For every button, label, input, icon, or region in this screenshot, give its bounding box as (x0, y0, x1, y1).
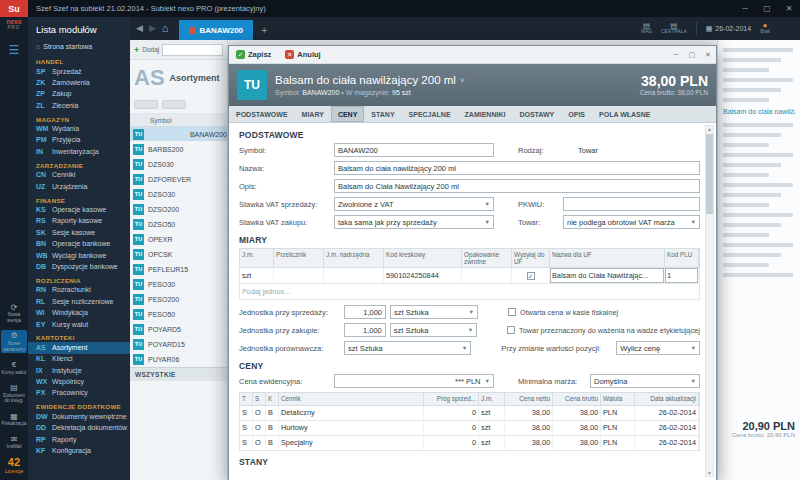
rail-item-nowa-wersja[interactable]: ⟳ Nowa wersja (1, 302, 27, 325)
rail-item-nowe-parametry[interactable]: ⚙ Nowe parametry (1, 330, 27, 353)
checkbox-otwarta-cena[interactable] (508, 308, 516, 316)
product-list-row[interactable]: TU PESO200 (130, 292, 227, 307)
product-list-row[interactable]: TU POYARD15 (130, 337, 227, 352)
miary-column-header[interactable]: J.m. nadrzędna (324, 249, 384, 267)
product-list-row[interactable]: TU PESO50 (130, 307, 227, 322)
miary-new-row[interactable]: Podaj jednos... (239, 284, 700, 300)
add-icon[interactable]: + (134, 45, 139, 55)
dialog-scrollbar[interactable]: ▲ ▼ (705, 125, 714, 477)
cell-kod-plu[interactable]: 1 (665, 268, 699, 283)
input-jednostka-zakupu-qty[interactable]: 1,000 (344, 323, 386, 337)
sidebar-item-zk[interactable]: ZKZamówienia (28, 77, 130, 88)
tab-zamienniki[interactable]: ZAMIENNIKI (458, 106, 513, 122)
select-vat-sprzedazy[interactable]: Zwolnione z VAT ▼ (334, 197, 494, 211)
select-minimalna-marza[interactable]: Domyślna ▼ (590, 374, 700, 388)
product-list-row[interactable]: TU POYARD5 (130, 322, 227, 337)
save-button[interactable]: ✓ Zapisz (229, 46, 278, 64)
input-pkwiu[interactable] (563, 197, 700, 211)
cancel-button[interactable]: ✕ Anuluj (278, 46, 327, 64)
select-jednostka-sprzedazy[interactable]: szt Sztuka ▼ (390, 305, 478, 319)
sidebar-item-kf[interactable]: KFKonfiguracja (28, 446, 130, 457)
warehouse-selector[interactable]: ▤ MAG (641, 22, 652, 35)
product-list-row[interactable]: TU PESO30 (130, 277, 227, 292)
menu-icon[interactable]: ☰ (9, 44, 20, 56)
sidebar-item-bn[interactable]: BNOperacje bankowe (28, 239, 130, 250)
price-column-header[interactable]: K (266, 393, 279, 404)
price-column-header[interactable]: Cena brutto (553, 393, 601, 404)
sidebar-item-pm[interactable]: PMPrzyjęcia (28, 135, 130, 146)
open-document-tab[interactable]: BANAW200 (179, 20, 254, 40)
sidebar-section-header[interactable]: KARTOTEKI (28, 330, 130, 342)
product-title[interactable]: Balsam do ciała nawilżający 200 ml ˅ (275, 74, 465, 86)
tab-podstawowe[interactable]: PODSTAWOWE (229, 106, 295, 122)
sidebar-item-db[interactable]: DBDyspozycje bankowe (28, 261, 130, 272)
scroll-down-icon[interactable]: ▼ (706, 470, 713, 476)
miary-column-header[interactable]: Opakowanie zwrotne (462, 249, 512, 267)
rail-item-insmail[interactable]: ✉ InsMail (1, 434, 27, 451)
tab-dostawy[interactable]: DOSTAWY (512, 106, 561, 122)
sidebar-item-zl[interactable]: ZLZlecenia (28, 100, 130, 111)
sidebar-item-dd[interactable]: DDDekretacja dokumentów (28, 423, 130, 434)
sidebar-section-header[interactable]: HANDEL (28, 54, 130, 66)
price-column-header[interactable]: T (240, 393, 253, 404)
product-list-row[interactable]: TU DZS030 (130, 157, 227, 172)
sidebar-item-ix[interactable]: IXInstytucje (28, 365, 130, 376)
price-table-row[interactable]: SOB Hurtowy0szt 38,0038,00PLN 26-02-2014 (239, 421, 700, 436)
date-selector[interactable]: ▦ 26-02-2014 (706, 25, 751, 33)
price-column-header[interactable]: Cennik (279, 393, 424, 404)
sidebar-section-header[interactable]: MAGAZYN (28, 112, 130, 124)
sidebar-item-strona-startowa[interactable]: ⌂ Strona startowa (28, 41, 130, 54)
price-column-header[interactable]: Waluta (601, 393, 635, 404)
maximize-icon[interactable]: ▢ (756, 0, 778, 17)
product-list-row[interactable]: TU DZSO30 (130, 187, 227, 202)
price-column-header[interactable]: S (253, 393, 266, 404)
price-column-header[interactable]: J.m. (479, 393, 505, 404)
sidebar-item-wi[interactable]: WIWindykacja (28, 308, 130, 319)
add-button-label[interactable]: Dodaj (142, 46, 159, 53)
sidebar-item-sk[interactable]: SKSesje kasowe (28, 227, 130, 238)
price-table-row[interactable]: SOB Specjalny0szt 38,0038,00PLN 26-02-20… (239, 436, 700, 451)
input-symbol[interactable]: BANAW200 (334, 143, 494, 157)
miary-column-header[interactable]: Przelicznik (274, 249, 324, 267)
sidebar-item-uz[interactable]: UZUrządzenia (28, 181, 130, 192)
select-vat-zakupu[interactable]: taka sama jak przy sprzedaży ▼ (334, 215, 494, 229)
scrollbar-thumb[interactable] (706, 134, 713, 214)
sidebar-item-wb[interactable]: WBWyciągi bankowe (28, 250, 130, 261)
product-list-row[interactable]: TU BANAW200 (130, 127, 227, 142)
miary-column-header[interactable]: Kod PLU (665, 249, 699, 267)
select-przy-zmianie[interactable]: Wylicz cenę ▼ (616, 341, 700, 355)
price-column-header[interactable]: Cena netto (505, 393, 553, 404)
select-towar-vat-marza[interactable]: nie podlega obrotowi VAT marża ▼ (563, 215, 700, 229)
sidebar-section-header[interactable]: EWIDENCJE DODATKOWE (28, 399, 130, 411)
dialog-minimize-icon[interactable]: ─ (668, 46, 684, 64)
select-cena-ewidencyjna[interactable]: *** PLN ▼ (334, 374, 494, 388)
sidebar-item-wx[interactable]: WXWspólnicy (28, 377, 130, 388)
filter-chip[interactable] (162, 100, 186, 109)
branch-selector[interactable]: ▤ CENTRALA (661, 22, 687, 35)
search-input[interactable] (162, 44, 223, 56)
product-list-row[interactable]: TU PUYAR06 (130, 352, 227, 367)
price-column-header[interactable]: Data aktualizacji (635, 393, 699, 404)
sidebar-item-rp[interactable]: RPRaporty (28, 434, 130, 445)
tab-pola-własne[interactable]: POLA WŁASNE (592, 106, 657, 122)
home-nav-icon[interactable]: ⌂ (162, 23, 169, 34)
tab-ceny[interactable]: CENY (331, 106, 364, 122)
sidebar-item-dw[interactable]: DWDokumenty wewnętrzne (28, 411, 130, 422)
scroll-up-icon[interactable]: ▲ (706, 126, 713, 132)
sidebar-item-as[interactable]: ASAsortyment (28, 342, 130, 353)
input-nazwa[interactable]: Balsam do ciała nawilżający 200 ml (334, 161, 700, 175)
product-list-row[interactable]: TU OPCSK (130, 247, 227, 262)
new-tab-button[interactable]: + (253, 20, 275, 40)
sidebar-item-zp[interactable]: ZPZakup (28, 89, 130, 100)
notifications-indicator[interactable]: ● Brak (760, 22, 770, 35)
filter-chip[interactable] (134, 100, 158, 109)
product-list-row[interactable]: TU OPEXR (130, 232, 227, 247)
detail-product-link[interactable]: Balsam do ciała nawilżając... (723, 108, 795, 115)
sidebar-item-rl[interactable]: RLSesje rozliczeniowe (28, 296, 130, 307)
tab-stany[interactable]: STANY (364, 106, 401, 122)
tab-miary[interactable]: MIARY (295, 106, 331, 122)
miary-column-header[interactable]: Wysyłaj do UF (512, 249, 550, 267)
sidebar-item-px[interactable]: PXPracownicy (28, 388, 130, 399)
dialog-close-icon[interactable]: ✕ (700, 46, 716, 64)
select-jednostka-porownawcza[interactable]: szt Sztuka ▼ (344, 341, 471, 355)
